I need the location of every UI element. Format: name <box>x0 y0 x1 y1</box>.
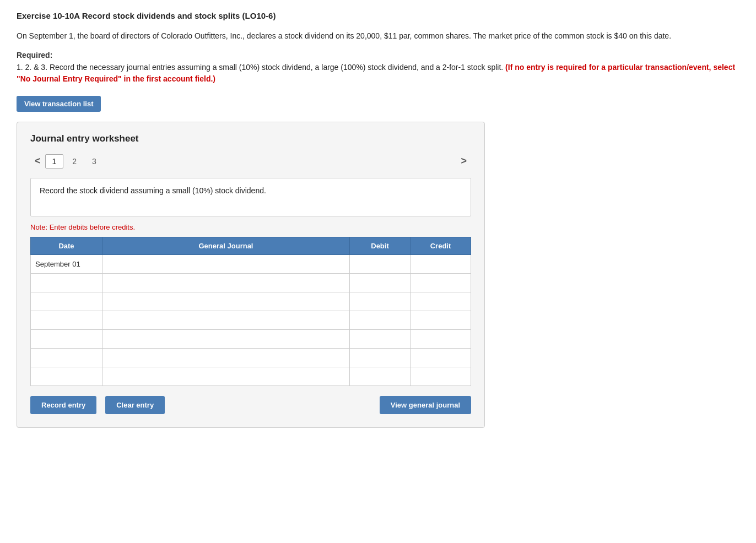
header-credit: Credit <box>411 237 471 255</box>
table-row <box>31 349 471 367</box>
journal-input-4[interactable] <box>107 317 345 325</box>
journal-input-2[interactable] <box>107 279 345 287</box>
debit-cell-1[interactable] <box>350 255 411 274</box>
instructions-prefix: 1. 2. & 3. Record the necessary journal … <box>17 63 505 72</box>
journal-cell-4[interactable] <box>102 311 350 330</box>
journal-cell-2[interactable] <box>102 274 350 292</box>
credit-cell-1[interactable] <box>411 255 471 274</box>
worksheet-container: Journal entry worksheet < 1 2 3 > Record… <box>17 122 485 428</box>
clear-entry-button[interactable]: Clear entry <box>105 396 165 414</box>
journal-input-6[interactable] <box>107 354 345 362</box>
credit-input-4[interactable] <box>415 317 466 325</box>
header-date: Date <box>31 237 102 255</box>
table-row: September 01 <box>31 255 471 274</box>
required-label: Required: <box>17 51 739 59</box>
debit-input-5[interactable] <box>354 335 406 344</box>
date-cell-3 <box>31 292 102 311</box>
credit-input-3[interactable] <box>415 298 466 306</box>
journal-input-5[interactable] <box>107 335 345 344</box>
date-cell-1: September 01 <box>31 255 102 274</box>
journal-cell-3[interactable] <box>102 292 350 311</box>
table-row <box>31 274 471 292</box>
debit-input-7[interactable] <box>354 373 406 381</box>
header-general-journal: General Journal <box>102 237 350 255</box>
journal-input-1[interactable] <box>107 260 345 269</box>
credit-input-5[interactable] <box>415 335 466 344</box>
worksheet-title: Journal entry worksheet <box>30 133 471 144</box>
debit-cell-3[interactable] <box>350 292 411 311</box>
journal-cell-7[interactable] <box>102 367 350 386</box>
note-text: Note: Enter debits before credits. <box>30 223 471 231</box>
date-cell-4 <box>31 311 102 330</box>
journal-input-3[interactable] <box>107 298 345 306</box>
scenario-box: Record the stock dividend assuming a sma… <box>30 178 471 216</box>
table-row <box>31 367 471 386</box>
credit-input-1[interactable] <box>415 260 466 269</box>
tabs-row: < 1 2 3 > <box>30 153 471 169</box>
date-cell-6 <box>31 349 102 367</box>
credit-input-7[interactable] <box>415 373 466 381</box>
debit-cell-2[interactable] <box>350 274 411 292</box>
exercise-description: On September 1, the board of directors o… <box>17 30 739 42</box>
tab-3[interactable]: 3 <box>85 155 103 168</box>
credit-input-2[interactable] <box>415 279 466 287</box>
journal-table: Date General Journal Debit Credit Septem… <box>30 237 471 386</box>
credit-input-6[interactable] <box>415 354 466 362</box>
debit-input-6[interactable] <box>354 354 406 362</box>
debit-cell-6[interactable] <box>350 349 411 367</box>
tab-nav-right[interactable]: > <box>456 153 471 169</box>
tab-2[interactable]: 2 <box>66 155 83 168</box>
tab-nav-left[interactable]: < <box>30 153 45 169</box>
debit-input-2[interactable] <box>354 279 406 287</box>
record-entry-button[interactable]: Record entry <box>30 396 96 414</box>
journal-input-7[interactable] <box>107 373 345 381</box>
credit-cell-2[interactable] <box>411 274 471 292</box>
credit-cell-5[interactable] <box>411 330 471 349</box>
exercise-title: Exercise 10-10A Record stock dividends a… <box>17 11 739 20</box>
tab-1[interactable]: 1 <box>45 154 64 169</box>
debit-input-1[interactable] <box>354 260 406 269</box>
debit-cell-5[interactable] <box>350 330 411 349</box>
debit-input-4[interactable] <box>354 317 406 325</box>
instructions: 1. 2. & 3. Record the necessary journal … <box>17 62 739 85</box>
view-transaction-list-button[interactable]: View transaction list <box>17 96 101 112</box>
credit-cell-6[interactable] <box>411 349 471 367</box>
bottom-buttons: Record entry Clear entry View general jo… <box>30 396 471 414</box>
journal-cell-5[interactable] <box>102 330 350 349</box>
view-general-journal-button[interactable]: View general journal <box>380 396 471 414</box>
table-row <box>31 330 471 349</box>
journal-cell-6[interactable] <box>102 349 350 367</box>
header-debit: Debit <box>350 237 411 255</box>
journal-cell-1[interactable] <box>102 255 350 274</box>
debit-cell-7[interactable] <box>350 367 411 386</box>
date-cell-7 <box>31 367 102 386</box>
debit-cell-4[interactable] <box>350 311 411 330</box>
table-row <box>31 292 471 311</box>
credit-cell-4[interactable] <box>411 311 471 330</box>
credit-cell-7[interactable] <box>411 367 471 386</box>
table-row <box>31 311 471 330</box>
debit-input-3[interactable] <box>354 298 406 306</box>
date-cell-2 <box>31 274 102 292</box>
credit-cell-3[interactable] <box>411 292 471 311</box>
date-cell-5 <box>31 330 102 349</box>
